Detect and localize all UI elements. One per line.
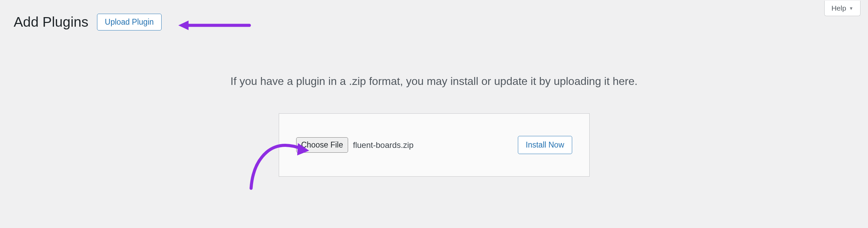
help-tab[interactable]: Help ▼ (824, 1, 860, 16)
upload-form-container: Choose File fluent-boards.zip Install No… (279, 113, 590, 177)
choose-file-button[interactable]: Choose File (296, 137, 348, 153)
install-now-button[interactable]: Install Now (518, 136, 572, 154)
upload-instruction-text: If you have a plugin in a .zip format, y… (0, 75, 868, 88)
caret-down-icon: ▼ (849, 6, 853, 11)
page-title: Add Plugins (14, 14, 88, 30)
selected-filename: fluent-boards.zip (353, 140, 413, 150)
upload-plugin-button[interactable]: Upload Plugin (97, 14, 162, 30)
file-input-group: Choose File fluent-boards.zip (296, 137, 414, 153)
help-tab-label: Help (831, 4, 846, 12)
page-header: Add Plugins Upload Plugin (0, 0, 868, 30)
